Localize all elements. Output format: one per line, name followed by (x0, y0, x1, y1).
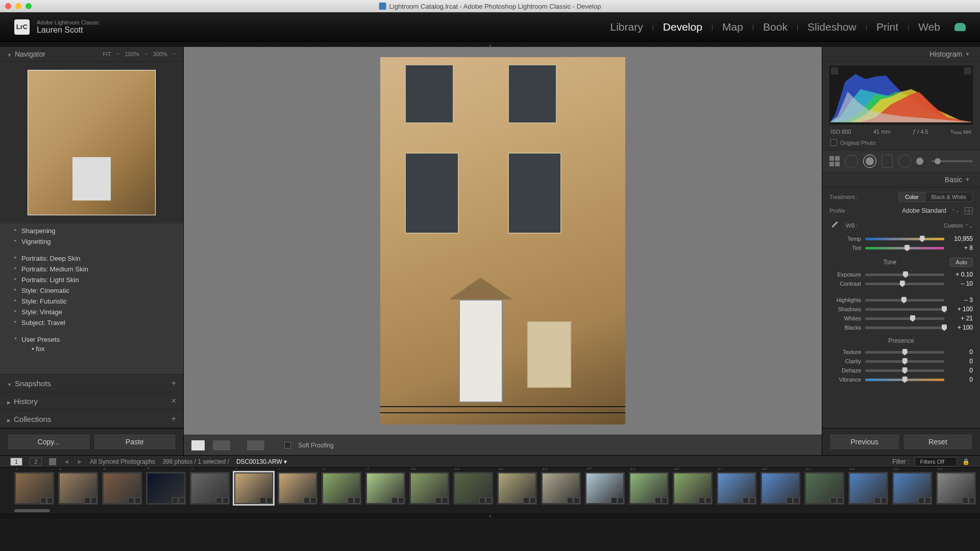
loupe-view-button[interactable] (191, 440, 205, 451)
slider-shadows[interactable]: Shadows + 100 (829, 305, 973, 314)
spot-removal-tool[interactable] (863, 155, 876, 168)
filmstrip-thumb[interactable]: 6 (234, 472, 274, 505)
crop-tool[interactable] (845, 155, 858, 168)
module-library[interactable]: Library (610, 21, 643, 33)
identity-plate[interactable]: Lauren Scott (37, 26, 99, 35)
loupe-view[interactable] (184, 47, 822, 435)
filmstrip-thumb[interactable]: 12 (497, 472, 537, 505)
module-web[interactable]: Web (918, 21, 940, 33)
navigator-preview[interactable] (0, 62, 183, 223)
basic-header[interactable]: Basic▼ (822, 172, 980, 187)
slider-whites[interactable]: Whites + 21 (829, 314, 973, 323)
tool-amount-slider[interactable] (932, 160, 973, 162)
slider-texture[interactable]: Texture 0 (829, 347, 973, 357)
treatment-toggle[interactable]: Color Black & White (898, 192, 973, 202)
filmstrip-thumb[interactable]: 9 (365, 472, 405, 505)
profile-dropdown-icon[interactable]: ⌃⌄ (951, 208, 960, 213)
filmstrip-thumb[interactable]: 3 (102, 472, 142, 505)
module-slideshow[interactable]: Slideshow (807, 21, 856, 33)
previous-button[interactable]: Previous (829, 434, 900, 450)
sync-cloud-icon[interactable] (954, 23, 966, 31)
slider-blacks[interactable]: Blacks + 100 (829, 323, 973, 332)
slider-dehaze[interactable]: Dehaze 0 (829, 366, 973, 375)
filmstrip-thumb[interactable]: 17 (717, 472, 756, 505)
filter-dropdown[interactable]: Filters Off (915, 457, 957, 466)
before-after-tb-button[interactable] (247, 440, 265, 451)
slider-contrast[interactable]: Contrast – 10 (829, 279, 973, 288)
preset-subject-travel[interactable]: Subject: Travel (0, 317, 183, 328)
red-eye-tool[interactable] (881, 155, 893, 168)
preset-vignetting[interactable]: Vignetting (0, 236, 183, 247)
zoom-100[interactable]: 100% (125, 51, 139, 57)
filmstrip[interactable]: 12345678910111213141516171819202122 (0, 467, 980, 508)
minimize-icon[interactable] (15, 3, 21, 9)
filmstrip-thumb[interactable]: 14 (585, 472, 625, 505)
radial-filter-tool[interactable] (916, 158, 923, 165)
history-header[interactable]: ▶History × (0, 392, 183, 410)
filmstrip-thumb[interactable]: 13 (541, 472, 581, 505)
plus-icon[interactable]: + (172, 414, 176, 423)
slider-tint[interactable]: Tint + 8 (829, 243, 973, 253)
slider-vibrance[interactable]: Vibrance 0 (829, 375, 973, 384)
preset-style-vintage[interactable]: Style: Vintage (0, 307, 183, 317)
paste-button[interactable]: Paste (93, 434, 177, 450)
filmstrip-thumb[interactable]: 20 (848, 472, 888, 505)
filter-lock-icon[interactable]: 🔒 (962, 458, 970, 465)
maximize-icon[interactable] (26, 3, 32, 9)
filmstrip-thumb[interactable]: 4 (146, 472, 186, 505)
module-map[interactable]: Map (722, 21, 743, 33)
module-develop[interactable]: Develop (663, 21, 702, 33)
slider-exposure[interactable]: Exposure + 0.10 (829, 270, 973, 279)
preset-portraits-deep-skin[interactable]: Portraits: Deep Skin (0, 253, 183, 264)
preset-style-futuristic[interactable]: Style: Futuristic (0, 296, 183, 307)
nav-back-icon[interactable]: ◄ (63, 458, 69, 465)
nav-forward-icon[interactable]: ► (77, 458, 83, 465)
close-icon[interactable]: × (172, 396, 176, 406)
module-print[interactable]: Print (876, 21, 898, 33)
treatment-bw[interactable]: Black & White (925, 192, 973, 202)
filmstrip-thumb[interactable]: 2 (58, 472, 98, 505)
histogram-header[interactable]: Histogram▼ (822, 47, 980, 62)
auto-tone-button[interactable]: Auto (950, 258, 973, 267)
navigator-header[interactable]: ▼Navigator FIT⌄100%⌄300%⌄ (0, 47, 183, 62)
filmstrip-thumb[interactable]: 11 (453, 472, 493, 505)
preset-child-fox[interactable]: ▪ fox (0, 345, 183, 353)
filmstrip-thumb[interactable]: 22 (936, 472, 976, 505)
preset-sharpening[interactable]: Sharpening (0, 226, 183, 236)
filmstrip-thumb[interactable]: 8 (322, 472, 361, 505)
treatment-color[interactable]: Color (898, 192, 925, 202)
filmstrip-filename[interactable]: DSC00130.ARW ▾ (236, 458, 287, 465)
filmstrip-thumb[interactable]: 18 (761, 472, 800, 505)
filmstrip-thumb[interactable]: 19 (804, 472, 844, 505)
preset-portraits-medium-skin[interactable]: Portraits: Medium Skin (0, 264, 183, 274)
filmstrip-source[interactable]: All Synced Photographs (90, 458, 155, 465)
filmstrip-thumb[interactable]: 10 (409, 472, 449, 505)
bottom-panel-toggle[interactable]: ▾ (0, 513, 980, 518)
profile-value[interactable]: Adobe Standard (902, 207, 946, 214)
slider-highlights[interactable]: Highlights – 3 (829, 295, 973, 305)
preset-style-cinematic[interactable]: Style: Cinematic (0, 285, 183, 296)
zoom-fit[interactable]: FIT (103, 51, 111, 57)
graduated-filter-tool[interactable] (898, 155, 911, 168)
slider-clarity[interactable]: Clarity 0 (829, 357, 973, 366)
navigator-zoom-options[interactable]: FIT⌄100%⌄300%⌄ (103, 51, 176, 57)
grid-view-icon[interactable] (49, 458, 56, 465)
soft-proofing-checkbox[interactable] (284, 442, 291, 448)
reset-button[interactable]: Reset (903, 434, 973, 450)
histogram[interactable] (829, 66, 973, 124)
primary-display-button[interactable]: 1 (10, 458, 22, 466)
preset-user-presets[interactable]: User Presets (0, 334, 183, 345)
before-after-lr-button[interactable] (212, 440, 231, 451)
filmstrip-thumb[interactable]: 21 (892, 472, 932, 505)
filmstrip-thumb[interactable]: 5 (190, 472, 230, 505)
preset-portraits-light-skin[interactable]: Portraits: Light Skin (0, 274, 183, 285)
filmstrip-thumb[interactable]: 1 (14, 472, 54, 505)
slider-temp[interactable]: Temp 10,955 (829, 234, 973, 243)
filmstrip-thumb[interactable]: 15 (629, 472, 669, 505)
original-photo-toggle[interactable]: Original Photo (822, 138, 980, 150)
top-panel-toggle[interactable]: ▴ (0, 42, 980, 47)
zoom-300[interactable]: 300% (153, 51, 167, 57)
secondary-display-button[interactable]: 2 (30, 458, 42, 466)
filmstrip-scrollbar[interactable] (0, 508, 980, 513)
collections-header[interactable]: ▶Collections + (0, 410, 183, 428)
